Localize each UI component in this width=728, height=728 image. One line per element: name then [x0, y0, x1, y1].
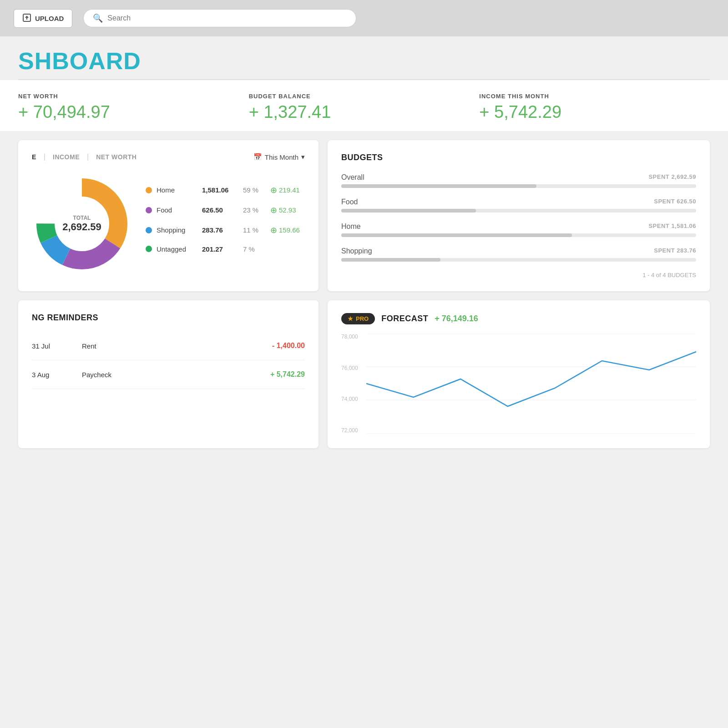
legend-pct-home: 59 % — [243, 186, 266, 194]
legend-amount-untagged: 201.27 — [202, 245, 238, 253]
budget-home-name: Home — [341, 222, 361, 231]
tab-income[interactable]: INCOME — [53, 153, 87, 161]
budget-food-bar-bg — [341, 209, 696, 212]
page-title: SHBOARD — [0, 36, 728, 79]
y-label-74: 74,000 — [341, 396, 358, 402]
reminder-amount-rent: - 1,400.00 — [272, 342, 305, 350]
income-value: + 5,742.29 — [479, 102, 692, 122]
tab-sep-2: | — [87, 153, 89, 161]
panel-tabs: E | INCOME | NET WORTH 📅 This Month ▾ — [32, 153, 305, 161]
budget-balance-block: BUDGET BALANCE + 1,327.41 — [249, 93, 480, 122]
star-icon: ★ — [348, 315, 353, 322]
reminder-name-paycheck: Paycheck — [82, 371, 261, 379]
budget-food-bar-fill — [341, 209, 476, 212]
budget-home-bar-bg — [341, 233, 696, 237]
budget-home-bar-fill — [341, 233, 572, 237]
y-label-76: 76,000 — [341, 365, 358, 371]
budget-shopping-spent: SPENT 283.76 — [654, 247, 696, 255]
net-worth-label: NET WORTH — [18, 93, 231, 100]
budget-shopping-header: Shopping SPENT 283.76 — [341, 247, 696, 255]
pro-label: PRO — [356, 315, 369, 322]
legend-pct-food: 23 % — [243, 206, 266, 214]
budget-overall-header: Overall SPENT 2,692.59 — [341, 173, 696, 182]
bottom-content: NG REMINDERS 31 Jul Rent - 1,400.00 3 Au… — [0, 300, 728, 466]
budget-balance-label: BUDGET BALANCE — [249, 93, 461, 100]
forecast-panel: ★ PRO FORECAST + 76,149.16 78,000 76,000… — [328, 300, 710, 448]
legend-dot-untagged — [146, 246, 152, 252]
y-label-78: 78,000 — [341, 334, 358, 340]
tab-spending[interactable]: E — [32, 153, 44, 161]
legend-delta-home: ⊕ 219.41 — [270, 185, 300, 195]
budget-food-name: Food — [341, 198, 358, 206]
income-label: INCOME THIS MONTH — [479, 93, 692, 100]
legend-name-untagged: Untagged — [157, 245, 197, 253]
forecast-title: FORECAST — [381, 314, 428, 324]
main-content: E | INCOME | NET WORTH 📅 This Month ▾ — [0, 131, 728, 300]
legend-name-shopping: Shopping — [157, 226, 197, 234]
reminder-item-rent: 31 Jul Rent - 1,400.00 — [32, 332, 305, 360]
budget-item-food: Food SPENT 626.50 — [341, 198, 696, 212]
up-circle-icon: ⊕ — [270, 185, 277, 195]
tab-sep-1: | — [44, 153, 46, 161]
budget-overall-bar-fill — [341, 184, 536, 188]
pro-badge: ★ PRO — [341, 313, 375, 324]
reminders-title: NG REMINDERS — [32, 313, 305, 323]
upload-label: UPLOAD — [35, 15, 64, 22]
period-selector[interactable]: 📅 This Month ▾ — [253, 153, 305, 161]
legend-dot-home — [146, 187, 152, 193]
list-item: Home 1,581.06 59 % ⊕ 219.41 — [146, 185, 305, 195]
donut-total-label: TOTAL — [62, 215, 101, 221]
forecast-chart: 78,000 76,000 74,000 72,000 — [341, 334, 696, 435]
budget-home-spent: SPENT 1,581.06 — [648, 222, 696, 231]
legend-amount-shopping: 283.76 — [202, 226, 238, 234]
reminder-name-rent: Rent — [82, 342, 263, 350]
y-label-72: 72,000 — [341, 427, 358, 434]
legend-name-food: Food — [157, 206, 197, 214]
budget-balance-value: + 1,327.41 — [249, 102, 461, 122]
budget-item-home: Home SPENT 1,581.06 — [341, 222, 696, 237]
list-item: Untagged 201.27 7 % — [146, 245, 305, 253]
search-icon: 🔍 — [93, 13, 103, 23]
spending-panel: E | INCOME | NET WORTH 📅 This Month ▾ — [18, 140, 318, 291]
tab-networth[interactable]: NET WORTH — [96, 153, 144, 161]
budget-shopping-bar-bg — [341, 258, 696, 262]
calendar-icon: 📅 — [253, 153, 262, 161]
stats-row: NET WORTH + 70,494.97 BUDGET BALANCE + 1… — [0, 80, 728, 131]
list-item: Food 626.50 23 % ⊕ 52.93 — [146, 205, 305, 215]
budget-shopping-bar-fill — [341, 258, 440, 262]
forecast-header: ★ PRO FORECAST + 76,149.16 — [341, 313, 696, 324]
legend-delta-food: ⊕ 52.93 — [270, 205, 296, 215]
search-bar[interactable]: 🔍 — [83, 9, 356, 27]
topbar: UPLOAD 🔍 — [0, 0, 728, 36]
reminder-date-paycheck: 3 Aug — [32, 371, 73, 379]
budget-overall-bar-bg — [341, 184, 696, 188]
reminder-item-paycheck: 3 Aug Paycheck + 5,742.29 — [32, 360, 305, 389]
forecast-value: + 76,149.16 — [435, 314, 478, 324]
legend-amount-food: 626.50 — [202, 206, 238, 214]
forecast-svg-wrap — [366, 334, 696, 435]
upload-button[interactable]: UPLOAD — [14, 9, 72, 28]
budget-pagination: 1 - 4 of 4 BUDGETS — [341, 272, 696, 278]
budget-overall-spent: SPENT 2,692.59 — [648, 173, 696, 182]
budget-shopping-name: Shopping — [341, 247, 372, 255]
up-circle-icon-shopping: ⊕ — [270, 225, 277, 235]
list-item: Shopping 283.76 11 % ⊕ 159.66 — [146, 225, 305, 235]
chevron-down-icon: ▾ — [301, 153, 305, 161]
search-input[interactable] — [107, 14, 347, 22]
legend-pct-untagged: 7 % — [243, 245, 266, 253]
chart-content: TOTAL 2,692.59 Home 1,581.06 59 % ⊕ 219.… — [32, 174, 305, 274]
budget-home-header: Home SPENT 1,581.06 — [341, 222, 696, 231]
legend-pct-shopping: 11 % — [243, 226, 266, 234]
legend-dot-food — [146, 207, 152, 213]
income-block: INCOME THIS MONTH + 5,742.29 — [479, 93, 710, 122]
budgets-title: BUDGETS — [341, 153, 696, 162]
net-worth-value: + 70,494.97 — [18, 102, 231, 122]
donut-total-value: 2,692.59 — [62, 221, 101, 233]
budgets-panel: BUDGETS Overall SPENT 2,692.59 Food SPEN… — [328, 140, 710, 291]
up-circle-icon-food: ⊕ — [270, 205, 277, 215]
reminder-amount-paycheck: + 5,742.29 — [270, 370, 305, 379]
upload-icon — [22, 13, 31, 24]
reminder-date-rent: 31 Jul — [32, 342, 73, 350]
legend-amount-home: 1,581.06 — [202, 186, 238, 194]
donut-chart: TOTAL 2,692.59 — [32, 174, 132, 274]
